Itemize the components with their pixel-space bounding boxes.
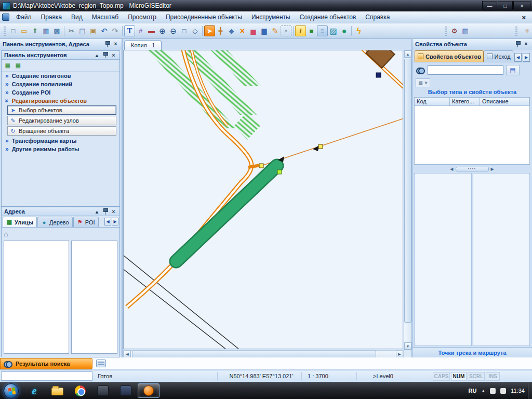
menu-attached-objects[interactable]: Присоединенные объекты bbox=[161, 12, 247, 22]
tab-source[interactable]: Исход bbox=[484, 50, 513, 62]
home-icon[interactable]: ⌂ bbox=[4, 230, 12, 238]
collapse-icon[interactable]: ▴ bbox=[94, 52, 100, 59]
type-dropdown[interactable]: ≣▾ bbox=[416, 78, 430, 87]
language-indicator[interactable]: RU bbox=[468, 388, 476, 394]
menu-view[interactable]: Вид bbox=[66, 12, 87, 22]
close-button[interactable]: × bbox=[513, 1, 530, 10]
polygon-tool-icon[interactable]: ■ bbox=[306, 25, 317, 36]
map-tab[interactable]: Копия - 1 bbox=[124, 41, 162, 50]
new-file-icon[interactable]: □ bbox=[8, 25, 19, 36]
floating-toolbar-grip[interactable] bbox=[445, 26, 447, 36]
map-vertical-scrollbar[interactable]: ▲ ▼ bbox=[404, 50, 412, 350]
tab-scroll-right-button[interactable]: ▶ bbox=[523, 53, 530, 62]
map-canvas[interactable] bbox=[124, 50, 403, 349]
scroll-left-button[interactable]: ◀ bbox=[124, 351, 131, 358]
toolbar-grip[interactable] bbox=[4, 26, 6, 36]
paste-icon[interactable]: ▣ bbox=[88, 25, 99, 36]
track-list-right[interactable] bbox=[473, 173, 530, 346]
properties-dock-header[interactable]: Свойства объекта × bbox=[413, 39, 532, 49]
label-tool-icon[interactable]: # bbox=[135, 25, 146, 36]
vertex-node[interactable] bbox=[259, 164, 263, 168]
panel-splitter[interactable]: ◀ ···· ▶ bbox=[414, 166, 530, 172]
dock-connector-icon[interactable]: ⌗ bbox=[522, 25, 532, 36]
pin-icon[interactable] bbox=[105, 41, 110, 47]
rotate-object-button[interactable]: ↻Вращение объекта bbox=[7, 126, 116, 136]
taskbar-chrome-icon[interactable] bbox=[69, 383, 91, 398]
select-objects-button[interactable]: ➤Выбор объектов bbox=[7, 105, 116, 115]
taskbar-clock[interactable]: 11:34 bbox=[511, 388, 525, 394]
open-file-icon[interactable]: ▭ bbox=[19, 25, 30, 36]
tree-group-create-polylines[interactable]: »Создание полилиний bbox=[2, 80, 119, 88]
group-add-icon[interactable]: ≣ bbox=[14, 61, 22, 70]
chart-stats-icon[interactable]: ▅ bbox=[248, 25, 259, 36]
taskbar-ie-icon[interactable]: e bbox=[23, 383, 45, 398]
route-tool-icon[interactable]: ⚙ bbox=[449, 25, 460, 36]
select-objects-icon[interactable]: ➤ bbox=[204, 25, 215, 36]
menu-preview[interactable]: Просмотр bbox=[123, 12, 161, 22]
import-file-icon[interactable]: ⇑ bbox=[30, 25, 41, 36]
object-type-table[interactable]: Код Катего... Описание bbox=[414, 97, 530, 165]
tools-panel-header[interactable]: Панель инструментов ▴ × bbox=[2, 51, 119, 60]
layer-add-icon[interactable]: ≣ bbox=[4, 61, 12, 70]
select-rect-icon[interactable]: ▫ bbox=[281, 25, 291, 36]
poi-marker[interactable] bbox=[376, 73, 381, 77]
zoom-in-icon[interactable]: ⊕ bbox=[157, 25, 168, 36]
column-category[interactable]: Катего... bbox=[450, 98, 480, 106]
world-map-icon[interactable]: ● bbox=[339, 25, 350, 36]
pin-icon[interactable] bbox=[103, 52, 108, 58]
save-file-icon[interactable]: ▦ bbox=[41, 25, 51, 36]
minimize-button[interactable]: — bbox=[482, 1, 497, 10]
text-tool-icon[interactable]: T bbox=[124, 25, 135, 36]
dock-grip[interactable] bbox=[515, 26, 517, 36]
zoom-extent-icon[interactable]: ◇ bbox=[190, 25, 201, 36]
menu-tools[interactable]: Инструменты bbox=[247, 12, 295, 22]
object-search-input[interactable] bbox=[428, 65, 503, 75]
vertex-node[interactable] bbox=[318, 144, 323, 149]
undo-icon[interactable]: ↶ bbox=[99, 25, 110, 36]
tray-network-icon[interactable] bbox=[490, 388, 496, 394]
vertical-scroll-thumb[interactable] bbox=[404, 59, 411, 323]
layers-tool-icon[interactable]: ≡ bbox=[317, 25, 328, 36]
move-view-icon[interactable]: ◆ bbox=[226, 25, 237, 36]
close-icon[interactable]: × bbox=[110, 208, 117, 215]
tray-expand-icon[interactable]: ▲ bbox=[481, 389, 485, 393]
tab-next-button[interactable]: ▶ bbox=[112, 218, 118, 225]
taskbar-folder-icon[interactable] bbox=[46, 383, 68, 398]
mdi-close-icon[interactable]: × bbox=[517, 14, 530, 21]
active-vertex-node[interactable] bbox=[277, 170, 282, 174]
close-icon[interactable]: × bbox=[523, 41, 529, 47]
maximize-button[interactable]: □ bbox=[498, 1, 513, 10]
tree-group-create-polygons[interactable]: »Создание полигонов bbox=[2, 72, 119, 80]
tree-group-other-modes[interactable]: »Другие режимы работы bbox=[2, 145, 119, 153]
draw-pencil-icon[interactable]: ✎ bbox=[270, 25, 281, 36]
scroll-down-button[interactable]: ▼ bbox=[404, 342, 411, 350]
house-list[interactable] bbox=[71, 241, 117, 354]
pin-icon[interactable] bbox=[515, 41, 520, 47]
track-points-header[interactable]: Точки трека и маршрута bbox=[413, 347, 532, 357]
tree-group-map-transform[interactable]: »Трансформация карты bbox=[2, 137, 119, 145]
pin-icon[interactable] bbox=[103, 208, 108, 215]
lightning-tool-icon[interactable]: ϟ bbox=[353, 25, 364, 36]
close-icon[interactable]: × bbox=[110, 52, 117, 59]
delete-object-icon[interactable]: × bbox=[237, 25, 248, 36]
tab-object-properties[interactable]: Свойства объектов bbox=[415, 50, 484, 62]
table-tool-icon[interactable]: ▦ bbox=[460, 25, 471, 36]
tab-poi[interactable]: ⚑POI bbox=[73, 217, 99, 227]
close-icon[interactable]: × bbox=[112, 41, 119, 47]
polyline-tool-icon[interactable]: / bbox=[295, 25, 306, 36]
tab-prev-button[interactable]: ◀ bbox=[104, 218, 111, 225]
zoom-out-icon[interactable]: ⊖ bbox=[168, 25, 179, 36]
splitter-handle[interactable]: ···· bbox=[456, 167, 489, 171]
keyboard-icon[interactable] bbox=[96, 360, 106, 367]
system-menu-icon[interactable] bbox=[2, 14, 9, 21]
road-spur[interactable] bbox=[248, 165, 260, 167]
cut-icon[interactable]: ✂ bbox=[66, 25, 77, 36]
column-description[interactable]: Описание bbox=[480, 98, 529, 106]
show-desktop-button[interactable] bbox=[528, 382, 532, 399]
street-list[interactable] bbox=[4, 241, 69, 354]
tray-volume-icon[interactable] bbox=[500, 388, 506, 394]
hatch-tool-icon[interactable]: ▨ bbox=[328, 25, 339, 36]
horizontal-scroll-thumb[interactable] bbox=[132, 351, 376, 358]
tab-scroll-left-button[interactable]: ◀ bbox=[514, 53, 522, 62]
menu-help[interactable]: Справка bbox=[361, 12, 394, 22]
